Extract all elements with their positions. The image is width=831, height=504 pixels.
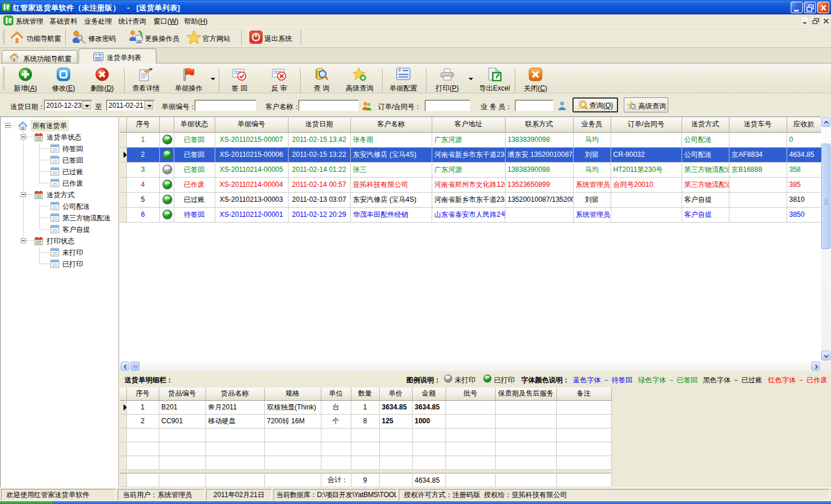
svg-text:21: 21 (53, 228, 57, 232)
svg-text:21: 21 (53, 263, 57, 267)
svg-text:21: 21 (53, 171, 57, 175)
svg-text:21: 21 (53, 205, 57, 209)
svg-text:21: 21 (53, 159, 57, 163)
svg-text:21: 21 (53, 182, 57, 186)
svg-text:21: 21 (53, 217, 57, 221)
svg-text:21: 21 (53, 148, 57, 152)
svg-text:21: 21 (53, 251, 57, 255)
